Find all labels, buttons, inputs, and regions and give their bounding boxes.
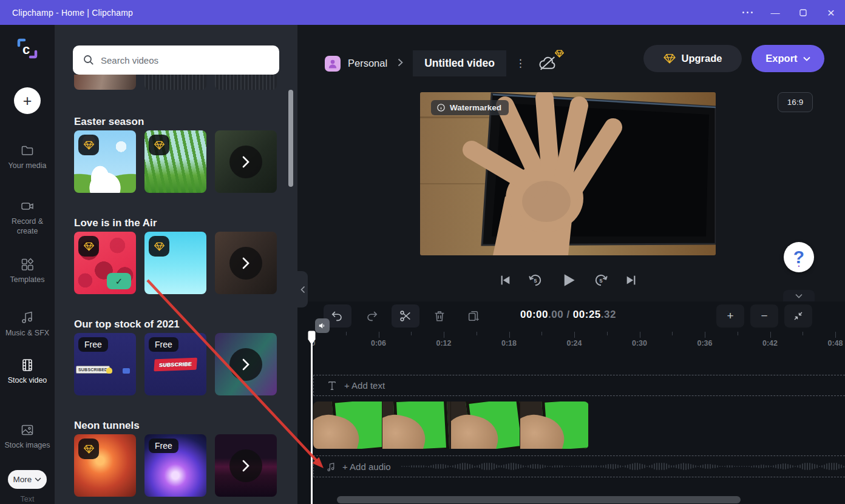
waveform-bar <box>707 464 708 469</box>
waveform-bar <box>799 465 801 469</box>
timeline-collapse-tab[interactable] <box>783 290 815 301</box>
close-button[interactable]: × <box>817 0 845 25</box>
audio-waveform-preview <box>401 456 845 477</box>
waveform-bar <box>530 465 531 468</box>
timeline-horizontal-scrollbar[interactable] <box>337 496 741 503</box>
waveform-bar <box>571 466 572 467</box>
waveform-bar <box>406 466 407 467</box>
music-note-icon <box>326 462 336 472</box>
waveform-bar <box>685 463 687 470</box>
video-clip[interactable] <box>313 402 589 449</box>
top-stock-more-thumbnail[interactable] <box>215 333 277 395</box>
panel-scrollbar[interactable] <box>288 90 293 187</box>
waveform-bar <box>625 465 626 468</box>
skip-to-start-button[interactable] <box>498 274 512 287</box>
waveform-bar <box>596 465 597 467</box>
search-input[interactable] <box>101 55 279 66</box>
subscribe-glitch-thumbnail[interactable]: FreeSUBSCRIBE <box>144 333 206 395</box>
see-more-icon[interactable] <box>229 348 262 381</box>
waveform-bar <box>671 465 672 467</box>
sidebar-item-music-sfx[interactable]: Music & SFX <box>0 311 55 338</box>
see-more-icon[interactable] <box>229 247 262 280</box>
partial-thumbnail[interactable] <box>144 75 206 90</box>
add-text-track[interactable]: + Add text <box>313 375 845 396</box>
section-title: Our top stock of 2021 <box>74 318 279 331</box>
neon-tunnel-thumbnail[interactable]: Free <box>144 434 206 497</box>
sidebar-item-stock-images[interactable]: Stock images <box>0 423 55 450</box>
more-label: More <box>13 475 32 484</box>
love-more-thumbnail[interactable] <box>215 232 277 294</box>
timeline-ruler[interactable]: 00:060:120:180:240:300:360:420:48 <box>297 331 845 357</box>
total-time: 00:25 <box>573 309 601 320</box>
waveform-bar <box>807 463 808 470</box>
waveform-bar <box>472 465 473 468</box>
waveform-bar <box>773 465 774 467</box>
partial-thumbnail[interactable] <box>215 75 277 90</box>
easter-grass-thumbnail[interactable] <box>144 130 206 193</box>
rewind-5s-button[interactable]: 5 <box>528 273 543 287</box>
easter-more-thumbnail[interactable] <box>215 130 277 193</box>
waveform-bar <box>683 463 684 469</box>
info-icon <box>436 103 446 112</box>
red-hearts-thumbnail[interactable]: ✓ <box>74 232 136 294</box>
add-audio-track[interactable]: + Add audio <box>313 455 845 477</box>
create-video-button[interactable]: + <box>14 87 41 114</box>
subscribed-animation-thumbnail[interactable]: FreeSUBSCRIBED <box>74 333 136 395</box>
timeline: 00:00.00 / 00:25.32 + − 00:060:120:180:2… <box>297 301 845 504</box>
maximize-button[interactable] <box>789 0 817 25</box>
video-frame <box>420 92 716 255</box>
sidebar-item-stock-video[interactable]: Stock video <box>0 358 55 385</box>
clip-audio-icon[interactable] <box>315 318 330 333</box>
ruler-tick <box>444 332 444 338</box>
sidebar-item-record-create[interactable]: Record & create <box>0 199 55 236</box>
play-button[interactable] <box>559 271 577 289</box>
zoom-fit-button[interactable] <box>784 304 812 328</box>
panel-collapse-handle[interactable] <box>297 271 308 307</box>
upgrade-button[interactable]: Upgrade <box>643 45 742 72</box>
sidebar-item-text[interactable]: Text <box>0 495 55 503</box>
waveform-bar <box>447 465 449 468</box>
export-button[interactable]: Export <box>752 45 824 72</box>
skip-to-end-button[interactable] <box>625 274 638 287</box>
watermarked-badge[interactable]: Watermarked <box>431 100 509 115</box>
search-icon <box>83 54 95 66</box>
stock-section: Our top stock of 2021FreeSUBSCRIBEDFreeS… <box>74 318 279 395</box>
project-title[interactable]: Untitled video <box>413 50 506 76</box>
partial-thumbnail[interactable] <box>74 75 136 90</box>
window-controls: — × <box>733 0 845 25</box>
project-menu-button[interactable]: ⋮ <box>512 55 529 72</box>
see-more-icon[interactable] <box>229 146 262 178</box>
redo-button[interactable] <box>358 304 385 328</box>
blue-sky-thumbnail[interactable] <box>144 232 206 294</box>
titlebar: Clipchamp - Home | Clipchamp — × <box>0 0 845 25</box>
neon-more-thumbnail[interactable] <box>215 434 277 497</box>
ruler-label: 0:30 <box>632 339 647 348</box>
delete-button[interactable] <box>426 304 453 328</box>
workspace-name[interactable]: Personal <box>348 58 387 69</box>
aspect-ratio-button[interactable]: 16:9 <box>778 92 813 112</box>
see-more-icon[interactable] <box>229 449 262 482</box>
sidebar-item-templates[interactable]: Templates <box>0 257 55 284</box>
sidebar-item-your-media[interactable]: Your media <box>0 143 55 170</box>
cloud-sync-button[interactable] <box>538 55 558 73</box>
zoom-out-button[interactable]: − <box>750 304 778 328</box>
minimize-button[interactable]: — <box>761 0 789 25</box>
playhead-handle[interactable] <box>307 330 316 348</box>
waveform-bar <box>639 463 640 470</box>
easter-bunny-thumbnail[interactable] <box>74 130 136 193</box>
window-more-button[interactable] <box>733 0 761 25</box>
waveform-bar <box>581 465 582 467</box>
stock-section: Neon tunnelsFree <box>74 420 279 497</box>
split-scissors-button[interactable] <box>392 304 419 328</box>
help-button[interactable]: ?. <box>784 242 814 272</box>
forward-5s-button[interactable]: 5 <box>594 273 608 287</box>
neon-fractal-thumbnail[interactable] <box>74 434 136 497</box>
waveform-bar <box>824 465 825 469</box>
waveform-bar <box>659 463 660 471</box>
playback-controls: 5 5 <box>420 271 716 289</box>
more-nav-button[interactable]: More <box>8 470 47 489</box>
subscribed-art-label: SUBSCRIBED <box>76 366 110 374</box>
aspect-ratio-label: 16:9 <box>787 98 803 107</box>
avatar[interactable] <box>325 56 341 72</box>
zoom-in-button[interactable]: + <box>716 304 744 328</box>
